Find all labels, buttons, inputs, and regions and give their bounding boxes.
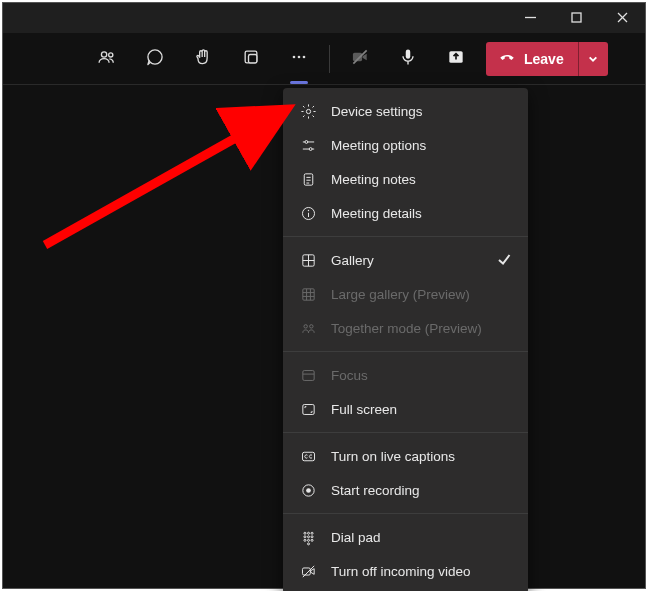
dialpad-icon [299,528,317,546]
leave-button-caret[interactable] [578,42,608,76]
together-mode-icon [299,319,317,337]
menu-item-turn-off-incoming-video[interactable]: Turn off incoming video [283,554,528,588]
menu-item-meeting-details[interactable]: Meeting details [283,196,528,230]
people-icon [97,47,117,70]
menu-item-label: Start recording [331,483,420,498]
svg-point-10 [298,56,301,59]
maximize-icon [571,11,582,26]
svg-point-11 [303,56,306,59]
svg-point-52 [311,539,313,541]
svg-point-53 [307,542,309,544]
notes-icon [299,170,317,188]
svg-point-9 [293,56,296,59]
svg-point-36 [303,324,306,327]
menu-divider [283,513,528,514]
svg-rect-31 [302,288,313,299]
menu-divider [283,236,528,237]
window-minimize-button[interactable] [507,3,553,33]
svg-point-43 [306,488,311,493]
menu-item-together-mode: Together mode (Preview) [283,311,528,345]
svg-rect-1 [572,13,581,22]
incoming-video-off-icon [299,562,317,580]
svg-point-46 [311,532,313,534]
record-icon [299,481,317,499]
menu-item-label: Gallery [331,253,374,268]
mic-icon [398,47,418,70]
leave-button[interactable]: Leave [486,42,608,76]
share-icon [446,47,466,70]
menu-item-focus: Focus [283,358,528,392]
svg-point-4 [101,52,106,57]
meeting-toolbar: Leave [3,33,645,85]
window-maximize-button[interactable] [553,3,599,33]
camera-button[interactable] [336,39,384,79]
svg-rect-8 [249,55,257,63]
menu-item-label: Turn on live captions [331,449,455,464]
svg-point-27 [307,209,308,210]
menu-item-label: Large gallery (Preview) [331,287,470,302]
svg-point-6 [148,50,162,64]
more-icon [289,47,309,70]
svg-point-16 [306,109,310,113]
window-close-button[interactable] [599,3,645,33]
fullscreen-icon [299,400,317,418]
more-actions-menu: Device settings Meeting options Meeting … [283,88,528,591]
menu-item-meeting-options[interactable]: Meeting options [283,128,528,162]
menu-item-label: Dial pad [331,530,381,545]
chat-button[interactable] [131,39,179,79]
svg-point-18 [304,140,307,143]
toolbar-separator [329,45,330,73]
hangup-icon [498,48,516,69]
svg-point-45 [307,532,309,534]
menu-item-label: Meeting details [331,206,422,221]
reactions-button[interactable] [179,39,227,79]
menu-item-gallery[interactable]: Gallery [283,243,528,277]
svg-point-44 [303,532,305,534]
microphone-button[interactable] [384,39,432,79]
svg-point-47 [303,535,305,537]
menu-item-dial-pad[interactable]: Dial pad [283,520,528,554]
menu-item-label: Meeting options [331,138,426,153]
menu-item-label: Together mode (Preview) [331,321,482,336]
info-icon [299,204,317,222]
share-button[interactable] [432,39,480,79]
large-gallery-icon [299,285,317,303]
captions-icon [299,447,317,465]
menu-item-live-captions[interactable]: Turn on live captions [283,439,528,473]
menu-item-label: Device settings [331,104,423,119]
menu-divider [283,432,528,433]
raise-hand-icon [193,47,213,70]
focus-icon [299,366,317,384]
svg-rect-14 [406,50,411,59]
minimize-icon [525,11,536,26]
menu-divider [283,351,528,352]
menu-item-label: Focus [331,368,368,383]
menu-item-large-gallery: Large gallery (Preview) [283,277,528,311]
more-actions-button[interactable] [275,39,323,79]
chat-icon [145,47,165,70]
svg-point-49 [311,535,313,537]
svg-rect-38 [302,370,313,380]
svg-point-20 [309,147,312,150]
rooms-button[interactable] [227,39,275,79]
leave-button-main[interactable]: Leave [486,42,578,76]
title-bar [3,3,645,33]
menu-item-device-settings[interactable]: Device settings [283,94,528,128]
camera-off-icon [350,47,370,70]
svg-point-50 [303,539,305,541]
svg-point-51 [307,539,309,541]
participants-button[interactable] [83,39,131,79]
check-icon [496,251,512,270]
menu-item-meeting-notes[interactable]: Meeting notes [283,162,528,196]
gear-icon [299,102,317,120]
breakout-rooms-icon [241,47,261,70]
menu-item-label: Full screen [331,402,397,417]
svg-rect-40 [302,404,313,414]
menu-item-full-screen[interactable]: Full screen [283,392,528,426]
chevron-down-icon [588,51,598,67]
leave-button-label: Leave [524,51,564,67]
menu-item-label: Turn off incoming video [331,564,471,579]
svg-point-37 [309,324,312,327]
svg-point-5 [109,53,113,57]
menu-item-start-recording[interactable]: Start recording [283,473,528,507]
